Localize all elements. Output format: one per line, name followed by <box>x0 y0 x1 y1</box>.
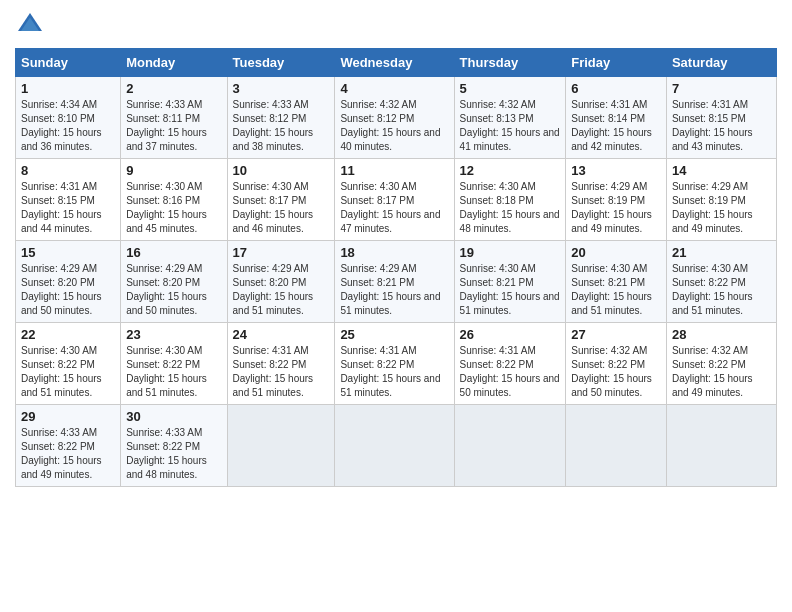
day-number: 3 <box>233 81 330 96</box>
calendar-cell: 16Sunrise: 4:29 AM Sunset: 8:20 PM Dayli… <box>121 241 227 323</box>
day-number: 19 <box>460 245 561 260</box>
day-info: Sunrise: 4:33 AM Sunset: 8:12 PM Dayligh… <box>233 98 330 154</box>
calendar-cell: 19Sunrise: 4:30 AM Sunset: 8:21 PM Dayli… <box>454 241 566 323</box>
calendar-cell: 5Sunrise: 4:32 AM Sunset: 8:13 PM Daylig… <box>454 77 566 159</box>
day-info: Sunrise: 4:33 AM Sunset: 8:22 PM Dayligh… <box>126 426 221 482</box>
day-info: Sunrise: 4:30 AM Sunset: 8:17 PM Dayligh… <box>233 180 330 236</box>
day-info: Sunrise: 4:31 AM Sunset: 8:15 PM Dayligh… <box>672 98 771 154</box>
day-number: 23 <box>126 327 221 342</box>
day-number: 29 <box>21 409 115 424</box>
day-info: Sunrise: 4:30 AM Sunset: 8:18 PM Dayligh… <box>460 180 561 236</box>
calendar-cell <box>566 405 667 487</box>
calendar-cell: 28Sunrise: 4:32 AM Sunset: 8:22 PM Dayli… <box>666 323 776 405</box>
calendar-cell: 9Sunrise: 4:30 AM Sunset: 8:16 PM Daylig… <box>121 159 227 241</box>
header-monday: Monday <box>121 49 227 77</box>
day-number: 22 <box>21 327 115 342</box>
day-number: 27 <box>571 327 661 342</box>
header-sunday: Sunday <box>16 49 121 77</box>
day-info: Sunrise: 4:29 AM Sunset: 8:19 PM Dayligh… <box>571 180 661 236</box>
calendar-header-row: SundayMondayTuesdayWednesdayThursdayFrid… <box>16 49 777 77</box>
calendar-table: SundayMondayTuesdayWednesdayThursdayFrid… <box>15 48 777 487</box>
calendar-cell: 17Sunrise: 4:29 AM Sunset: 8:20 PM Dayli… <box>227 241 335 323</box>
day-info: Sunrise: 4:29 AM Sunset: 8:20 PM Dayligh… <box>21 262 115 318</box>
day-number: 4 <box>340 81 448 96</box>
header-saturday: Saturday <box>666 49 776 77</box>
day-info: Sunrise: 4:30 AM Sunset: 8:22 PM Dayligh… <box>21 344 115 400</box>
calendar-cell: 2Sunrise: 4:33 AM Sunset: 8:11 PM Daylig… <box>121 77 227 159</box>
calendar-cell: 21Sunrise: 4:30 AM Sunset: 8:22 PM Dayli… <box>666 241 776 323</box>
day-info: Sunrise: 4:30 AM Sunset: 8:16 PM Dayligh… <box>126 180 221 236</box>
calendar-week-5: 29Sunrise: 4:33 AM Sunset: 8:22 PM Dayli… <box>16 405 777 487</box>
logo <box>15 10 49 40</box>
day-info: Sunrise: 4:33 AM Sunset: 8:11 PM Dayligh… <box>126 98 221 154</box>
day-info: Sunrise: 4:31 AM Sunset: 8:22 PM Dayligh… <box>460 344 561 400</box>
calendar-cell <box>335 405 454 487</box>
calendar-cell: 30Sunrise: 4:33 AM Sunset: 8:22 PM Dayli… <box>121 405 227 487</box>
day-number: 25 <box>340 327 448 342</box>
calendar-cell: 26Sunrise: 4:31 AM Sunset: 8:22 PM Dayli… <box>454 323 566 405</box>
day-info: Sunrise: 4:29 AM Sunset: 8:20 PM Dayligh… <box>126 262 221 318</box>
day-info: Sunrise: 4:30 AM Sunset: 8:17 PM Dayligh… <box>340 180 448 236</box>
day-number: 2 <box>126 81 221 96</box>
day-number: 17 <box>233 245 330 260</box>
day-info: Sunrise: 4:30 AM Sunset: 8:21 PM Dayligh… <box>460 262 561 318</box>
header-thursday: Thursday <box>454 49 566 77</box>
day-info: Sunrise: 4:32 AM Sunset: 8:12 PM Dayligh… <box>340 98 448 154</box>
day-info: Sunrise: 4:32 AM Sunset: 8:22 PM Dayligh… <box>571 344 661 400</box>
header-wednesday: Wednesday <box>335 49 454 77</box>
day-info: Sunrise: 4:29 AM Sunset: 8:19 PM Dayligh… <box>672 180 771 236</box>
calendar-week-3: 15Sunrise: 4:29 AM Sunset: 8:20 PM Dayli… <box>16 241 777 323</box>
day-info: Sunrise: 4:32 AM Sunset: 8:22 PM Dayligh… <box>672 344 771 400</box>
day-number: 26 <box>460 327 561 342</box>
day-number: 28 <box>672 327 771 342</box>
logo-icon <box>15 10 45 40</box>
calendar-cell: 20Sunrise: 4:30 AM Sunset: 8:21 PM Dayli… <box>566 241 667 323</box>
day-number: 8 <box>21 163 115 178</box>
calendar-cell: 4Sunrise: 4:32 AM Sunset: 8:12 PM Daylig… <box>335 77 454 159</box>
page-header <box>15 10 777 40</box>
day-info: Sunrise: 4:31 AM Sunset: 8:22 PM Dayligh… <box>233 344 330 400</box>
calendar-cell <box>666 405 776 487</box>
day-number: 30 <box>126 409 221 424</box>
day-number: 16 <box>126 245 221 260</box>
day-number: 13 <box>571 163 661 178</box>
calendar-cell: 6Sunrise: 4:31 AM Sunset: 8:14 PM Daylig… <box>566 77 667 159</box>
calendar-cell: 11Sunrise: 4:30 AM Sunset: 8:17 PM Dayli… <box>335 159 454 241</box>
calendar-week-1: 1Sunrise: 4:34 AM Sunset: 8:10 PM Daylig… <box>16 77 777 159</box>
calendar-cell: 8Sunrise: 4:31 AM Sunset: 8:15 PM Daylig… <box>16 159 121 241</box>
calendar-cell: 27Sunrise: 4:32 AM Sunset: 8:22 PM Dayli… <box>566 323 667 405</box>
calendar-cell: 13Sunrise: 4:29 AM Sunset: 8:19 PM Dayli… <box>566 159 667 241</box>
calendar-cell: 18Sunrise: 4:29 AM Sunset: 8:21 PM Dayli… <box>335 241 454 323</box>
calendar-cell: 3Sunrise: 4:33 AM Sunset: 8:12 PM Daylig… <box>227 77 335 159</box>
day-number: 24 <box>233 327 330 342</box>
day-number: 12 <box>460 163 561 178</box>
calendar-cell: 7Sunrise: 4:31 AM Sunset: 8:15 PM Daylig… <box>666 77 776 159</box>
calendar-cell: 25Sunrise: 4:31 AM Sunset: 8:22 PM Dayli… <box>335 323 454 405</box>
day-number: 11 <box>340 163 448 178</box>
calendar-cell: 10Sunrise: 4:30 AM Sunset: 8:17 PM Dayli… <box>227 159 335 241</box>
day-number: 6 <box>571 81 661 96</box>
calendar-cell <box>227 405 335 487</box>
day-info: Sunrise: 4:31 AM Sunset: 8:14 PM Dayligh… <box>571 98 661 154</box>
day-info: Sunrise: 4:30 AM Sunset: 8:22 PM Dayligh… <box>126 344 221 400</box>
day-number: 1 <box>21 81 115 96</box>
calendar-week-2: 8Sunrise: 4:31 AM Sunset: 8:15 PM Daylig… <box>16 159 777 241</box>
day-number: 5 <box>460 81 561 96</box>
day-number: 20 <box>571 245 661 260</box>
day-number: 10 <box>233 163 330 178</box>
calendar-week-4: 22Sunrise: 4:30 AM Sunset: 8:22 PM Dayli… <box>16 323 777 405</box>
calendar-cell: 15Sunrise: 4:29 AM Sunset: 8:20 PM Dayli… <box>16 241 121 323</box>
calendar-cell: 29Sunrise: 4:33 AM Sunset: 8:22 PM Dayli… <box>16 405 121 487</box>
calendar-cell: 1Sunrise: 4:34 AM Sunset: 8:10 PM Daylig… <box>16 77 121 159</box>
day-info: Sunrise: 4:29 AM Sunset: 8:20 PM Dayligh… <box>233 262 330 318</box>
day-number: 9 <box>126 163 221 178</box>
day-info: Sunrise: 4:29 AM Sunset: 8:21 PM Dayligh… <box>340 262 448 318</box>
day-info: Sunrise: 4:31 AM Sunset: 8:15 PM Dayligh… <box>21 180 115 236</box>
calendar-cell: 23Sunrise: 4:30 AM Sunset: 8:22 PM Dayli… <box>121 323 227 405</box>
day-info: Sunrise: 4:30 AM Sunset: 8:22 PM Dayligh… <box>672 262 771 318</box>
day-info: Sunrise: 4:31 AM Sunset: 8:22 PM Dayligh… <box>340 344 448 400</box>
day-info: Sunrise: 4:30 AM Sunset: 8:21 PM Dayligh… <box>571 262 661 318</box>
header-tuesday: Tuesday <box>227 49 335 77</box>
day-number: 7 <box>672 81 771 96</box>
day-info: Sunrise: 4:34 AM Sunset: 8:10 PM Dayligh… <box>21 98 115 154</box>
